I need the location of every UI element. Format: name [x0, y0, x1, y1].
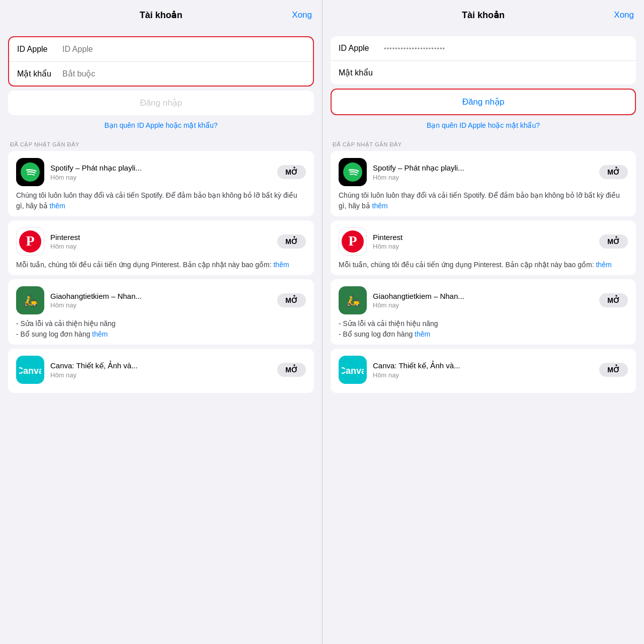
svg-text:🛵: 🛵	[346, 294, 360, 307]
left-spotify-open-button[interactable]: MỞ	[277, 165, 306, 179]
right-spotify-row: Spotify – Phát nhạc playli... Hôm nay MỞ	[339, 158, 628, 186]
left-app-spotify: Spotify – Phát nhạc playli... Hôm nay MỞ…	[8, 151, 314, 216]
right-apple-id-row: ID Apple ••••••••••••••••••••••	[331, 36, 636, 60]
left-app-canva: Canva Canva: Thiết kế, Ảnh và... Hôm nay…	[8, 349, 314, 393]
right-ghtk-desc: - Sửa lỗi và cải thiện hiệu năng- Bổ sun…	[339, 318, 628, 340]
right-pinterest-name: Pinterest	[373, 233, 599, 242]
right-ghtk-info: Giaohangtietkiem – Nhan... Hôm nay	[373, 292, 599, 309]
right-panel: Tài khoản Xong ID Apple ••••••••••••••••…	[322, 0, 644, 644]
left-spotify-info: Spotify – Phát nhạc playli... Hôm nay	[50, 164, 277, 181]
right-ghtk-row: 🛵 Giaohangtietkiem – Nhan... Hôm nay MỞ	[339, 286, 628, 314]
right-apple-id-value: ••••••••••••••••••••••	[384, 45, 628, 52]
svg-text:Canva: Canva	[342, 366, 364, 376]
right-pinterest-desc-row: Mỗi tuần, chúng tôi đều cải tiến ứng dụn…	[339, 260, 628, 270]
right-ghtk-date: Hôm nay	[373, 301, 599, 309]
left-pinterest-icon: P	[16, 227, 44, 256]
right-title: Tài khoản	[462, 10, 505, 21]
left-ghtk-info: Giaohangtietkiem – Nhan... Hôm nay	[50, 292, 277, 309]
left-panel: Tài khoản Xong ID Apple Mật khẩu Đăng nh…	[0, 0, 322, 644]
left-forgot-link[interactable]: Bạn quên ID Apple hoặc mật khẩu?	[8, 117, 314, 135]
right-canva-row: Canva Canva: Thiết kế, Ảnh và... Hôm nay…	[339, 356, 628, 384]
right-app-ghtk: 🛵 Giaohangtietkiem – Nhan... Hôm nay MỞ …	[331, 279, 636, 345]
left-ghtk-row: 🛵 Giaohangtietkiem – Nhan... Hôm nay MỞ	[16, 286, 306, 314]
right-canva-icon: Canva	[339, 356, 367, 384]
svg-text:🛵: 🛵	[24, 294, 38, 307]
left-pinterest-date: Hôm nay	[50, 243, 277, 250]
left-pinterest-desc: Mỗi tuần, chúng tôi đều cải tiến ứng dụn…	[16, 260, 306, 270]
right-spotify-open-button[interactable]: MỞ	[599, 165, 628, 179]
left-spotify-row: Spotify – Phát nhạc playli... Hôm nay MỞ	[16, 158, 306, 186]
left-ghtk-desc: - Sửa lỗi và cải thiện hiệu năng- Bổ sun…	[16, 318, 306, 340]
left-section-header: ĐÃ CẬP NHẬT GẦN ĐÂY	[8, 135, 314, 151]
left-canva-icon: Canva	[16, 356, 44, 384]
left-pinterest-row: P Pinterest Hôm nay MỞ	[16, 227, 306, 256]
right-canva-name: Canva: Thiết kế, Ảnh và...	[373, 361, 599, 370]
left-spotify-icon	[16, 158, 44, 186]
left-header: Tài khoản Xong	[0, 0, 322, 28]
left-spotify-more[interactable]: thêm	[50, 202, 65, 210]
right-ghtk-more[interactable]: thêm	[415, 330, 430, 338]
left-password-row: Mật khẩu	[9, 61, 313, 86]
right-spotify-desc-row: Chúng tôi luôn luôn thay đổi và cải tiến…	[339, 190, 628, 211]
right-spotify-desc: Chúng tôi luôn luôn thay đổi và cải tiến…	[339, 190, 628, 211]
left-title: Tài khoản	[139, 10, 182, 21]
left-spotify-name: Spotify – Phát nhạc playli...	[50, 164, 277, 173]
svg-text:Canva: Canva	[19, 366, 41, 376]
right-spotify-icon	[339, 158, 367, 186]
left-ghtk-more[interactable]: thêm	[92, 330, 108, 338]
left-ghtk-name: Giaohangtietkiem – Nhan...	[50, 292, 277, 300]
left-content: ID Apple Mật khẩu Đăng nhập Bạn quên ID …	[0, 28, 322, 644]
left-ghtk-date: Hôm nay	[50, 301, 277, 309]
left-canva-date: Hôm nay	[50, 371, 277, 379]
svg-text:P: P	[348, 233, 357, 249]
left-apple-id-row: ID Apple	[9, 37, 313, 61]
left-form-section: ID Apple Mật khẩu	[8, 36, 314, 87]
left-canva-info: Canva: Thiết kế, Ảnh và... Hôm nay	[50, 361, 277, 379]
left-canva-open-button[interactable]: MỞ	[277, 363, 306, 377]
right-spotify-more[interactable]: thêm	[372, 202, 388, 210]
right-pinterest-info: Pinterest Hôm nay	[373, 233, 599, 250]
right-pinterest-desc: Mỗi tuần, chúng tôi đều cải tiến ứng dụn…	[339, 260, 628, 270]
left-canva-name: Canva: Thiết kế, Ảnh và...	[50, 361, 277, 370]
right-login-button[interactable]: Đăng nhập	[332, 90, 635, 114]
left-apple-id-input[interactable]	[62, 45, 305, 54]
right-canva-info: Canva: Thiết kế, Ảnh và... Hôm nay	[373, 361, 599, 379]
right-forgot-link[interactable]: Bạn quên ID Apple hoặc mật khẩu?	[331, 117, 636, 135]
left-password-label: Mật khẩu	[17, 69, 62, 78]
left-done-button[interactable]: Xong	[292, 10, 312, 20]
right-canva-date: Hôm nay	[373, 371, 599, 379]
right-pinterest-open-button[interactable]: MỞ	[599, 234, 628, 249]
right-password-input[interactable]	[384, 68, 628, 77]
left-apple-id-label: ID Apple	[17, 45, 62, 54]
left-login-button[interactable]: Đăng nhập	[8, 91, 314, 115]
left-app-ghtk: 🛵 Giaohangtietkiem – Nhan... Hôm nay MỞ …	[8, 279, 314, 345]
left-ghtk-desc-row: - Sửa lỗi và cải thiện hiệu năng- Bổ sun…	[16, 318, 306, 340]
right-pinterest-date: Hôm nay	[373, 243, 599, 250]
right-ghtk-open-button[interactable]: MỞ	[599, 293, 628, 307]
left-login-section: Đăng nhập	[8, 91, 314, 115]
left-pinterest-open-button[interactable]: MỞ	[277, 234, 306, 249]
right-ghtk-icon: 🛵	[339, 286, 367, 314]
left-pinterest-desc-row: Mỗi tuần, chúng tôi đều cải tiến ứng dụn…	[16, 260, 306, 270]
left-canva-row: Canva Canva: Thiết kế, Ảnh và... Hôm nay…	[16, 356, 306, 384]
right-done-button[interactable]: Xong	[614, 10, 634, 20]
right-spotify-info: Spotify – Phát nhạc playli... Hôm nay	[373, 164, 599, 181]
right-password-label: Mật khẩu	[339, 68, 384, 77]
left-app-pinterest: P Pinterest Hôm nay MỞ Mỗi tuần, chúng t…	[8, 220, 314, 275]
left-ghtk-icon: 🛵	[16, 286, 44, 314]
right-ghtk-desc-row: - Sửa lỗi và cải thiện hiệu năng- Bổ sun…	[339, 318, 628, 340]
left-spotify-desc: Chúng tôi luôn luôn thay đổi và cải tiến…	[16, 190, 306, 211]
right-app-spotify: Spotify – Phát nhạc playli... Hôm nay MỞ…	[331, 151, 636, 216]
right-canva-open-button[interactable]: MỞ	[599, 363, 628, 377]
left-password-input[interactable]	[62, 69, 305, 78]
right-pinterest-more[interactable]: thêm	[596, 261, 611, 269]
left-pinterest-name: Pinterest	[50, 233, 277, 242]
right-password-row: Mật khẩu	[331, 60, 636, 85]
right-apple-id-label: ID Apple	[339, 44, 384, 53]
right-content: ID Apple •••••••••••••••••••••• Mật khẩu…	[323, 28, 644, 644]
left-pinterest-more[interactable]: thêm	[273, 261, 289, 269]
right-app-pinterest: P Pinterest Hôm nay MỞ Mỗi tuần, chúng t…	[331, 220, 636, 275]
left-pinterest-info: Pinterest Hôm nay	[50, 233, 277, 250]
svg-text:P: P	[26, 233, 34, 249]
left-ghtk-open-button[interactable]: MỞ	[277, 293, 306, 307]
